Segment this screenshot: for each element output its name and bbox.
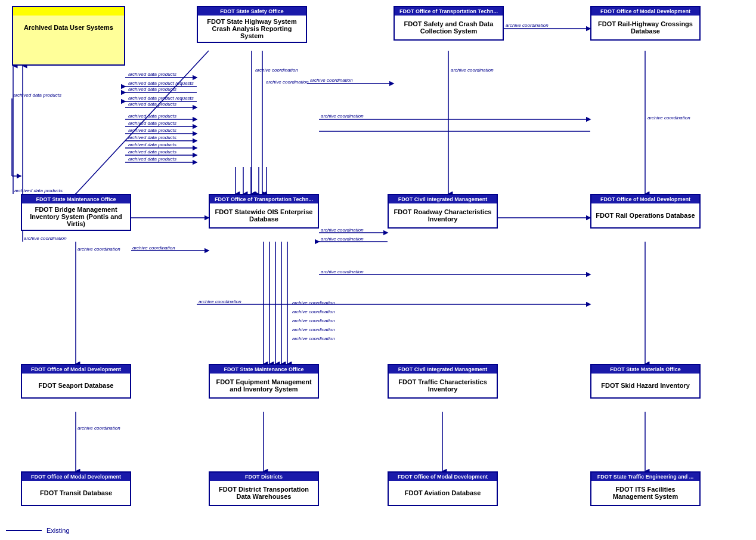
svg-text:archive coordination: archive coordination — [321, 236, 364, 242]
svg-text:archive coordination: archive coordination — [199, 299, 241, 304]
node-header-skid: FDOT State Materials Office — [591, 365, 699, 374]
svg-text:archive coordination: archive coordination — [292, 327, 335, 332]
svg-text:archive coordination: archive coordination — [24, 236, 67, 241]
node-body-roadway: FDOT Roadway Characteristics Inventory — [389, 203, 497, 227]
node-body-modal-rail-crossing: FDOT Rail-Highway Crossings Database — [591, 16, 699, 39]
node-header-rail-ops: FDOT Office of Modal Development — [591, 195, 699, 203]
node-modal-rail-ops: FDOT Office of Modal Development FDOT Ra… — [590, 194, 701, 229]
node-modal-aviation: FDOT Office of Modal Development FDOT Av… — [388, 471, 498, 506]
svg-text:archive coordination: archive coordination — [321, 113, 364, 119]
node-body-aviation: FDOT Aviation Database — [389, 481, 497, 505]
svg-text:archive coordination: archive coordination — [310, 78, 353, 83]
svg-text:archived data product requests: archived data product requests — [128, 81, 194, 86]
legend-line — [6, 530, 42, 531]
svg-text:archived data products: archived data products — [128, 128, 176, 133]
node-body-archived: Archived Data User Systems — [13, 16, 124, 39]
node-body-seaport: FDOT Seaport Database — [22, 374, 130, 397]
node-body-transit: FDOT Transit Database — [22, 481, 130, 505]
diagram-container: archived data products archived data pro… — [0, 0, 756, 540]
node-header-maint-bridge: FDOT State Maintenance Office — [22, 195, 130, 203]
node-state-traffic-eng-its: FDOT State Traffic Engineering and ... F… — [590, 471, 701, 506]
node-state-maintenance-bridge: FDOT State Maintenance Office FDOT Bridg… — [21, 194, 131, 231]
legend-label: Existing — [47, 527, 70, 534]
svg-text:archived data products: archived data products — [128, 87, 176, 92]
svg-line-39 — [76, 51, 209, 194]
svg-text:archived data products: archived data products — [128, 135, 176, 140]
node-header-safety-crash: FDOT State Safety Office — [198, 7, 306, 16]
node-body-trans-tech-safety: FDOT Safety and Crash Data Collection Sy… — [395, 16, 503, 39]
svg-text:archived data product requests: archived data product requests — [128, 95, 194, 101]
svg-text:archive coordination: archive coordination — [321, 227, 364, 233]
svg-text:archive coordination: archive coordination — [292, 318, 335, 323]
svg-text:archived data products: archived data products — [128, 113, 176, 119]
node-civil-integrated-traffic: FDOT Civil Integrated Management FDOT Tr… — [388, 364, 498, 399]
node-header-transit: FDOT Office of Modal Development — [22, 473, 130, 481]
svg-text:archive coordination: archive coordination — [647, 115, 690, 121]
node-body-ois: FDOT Statewide OIS Enterprise Database — [210, 203, 318, 227]
node-header-archived — [13, 7, 124, 16]
svg-text:archive coordination: archive coordination — [506, 23, 549, 28]
node-header-seaport: FDOT Office of Modal Development — [22, 365, 130, 374]
node-modal-transit: FDOT Office of Modal Development FDOT Tr… — [21, 471, 131, 506]
node-header-traffic: FDOT Civil Integrated Management — [389, 365, 497, 374]
legend: Existing — [6, 527, 70, 534]
node-body-districts: FDOT District Transportation Data Wareho… — [210, 481, 318, 505]
node-modal-rail-crossing: FDOT Office of Modal Development FDOT Ra… — [590, 6, 701, 41]
connection-lines: archived data products archived data pro… — [0, 0, 756, 540]
node-header-districts: FDOT Districts — [210, 473, 318, 481]
node-body-rail-ops: FDOT Rail Operations Database — [591, 203, 699, 227]
node-trans-tech-safety: FDOT Office of Transportation Techn... F… — [394, 6, 504, 41]
node-header-ois: FDOT Office of Transportation Techn... — [210, 195, 318, 203]
svg-text:archived data products: archived data products — [128, 101, 176, 107]
node-header-roadway: FDOT Civil Integrated Management — [389, 195, 497, 203]
node-header-its: FDOT State Traffic Engineering and ... — [591, 473, 699, 481]
svg-text:archive coordination: archive coordination — [78, 425, 120, 431]
node-body-its: FDOT ITS Facilities Management System — [591, 481, 699, 505]
svg-text:archived data products: archived data products — [128, 142, 176, 147]
node-body-traffic: FDOT Traffic Characteristics Inventory — [389, 374, 497, 397]
svg-text:archive coordination: archive coordination — [451, 67, 494, 73]
svg-text:archive coordination: archive coordination — [292, 336, 335, 341]
node-body-safety-crash: FDOT State Highway System Crash Analysis… — [198, 16, 306, 42]
svg-text:archive coordination: archive coordination — [321, 269, 364, 274]
svg-text:archive coordination: archive coordination — [292, 309, 335, 314]
node-body-equipment: FDOT Equipment Management and Inventory … — [210, 374, 318, 397]
svg-text:archived data products: archived data products — [128, 149, 176, 155]
svg-text:archive coordination: archive coordination — [78, 246, 120, 252]
node-trans-tech-ois: FDOT Office of Transportation Techn... F… — [209, 194, 319, 229]
svg-text:archive coordination: archive coordination — [255, 67, 298, 73]
node-header-aviation: FDOT Office of Modal Development — [389, 473, 497, 481]
node-state-safety-crash: FDOT State Safety Office FDOT State High… — [197, 6, 307, 43]
svg-text:archived data products: archived data products — [13, 92, 61, 98]
svg-text:archive coordination: archive coordination — [132, 245, 175, 251]
svg-text:archived data products: archived data products — [128, 121, 176, 126]
svg-text:archive coordination: archive coordination — [292, 300, 335, 306]
node-civil-integrated-roadway: FDOT Civil Integrated Management FDOT Ro… — [388, 194, 498, 229]
node-state-materials-skid: FDOT State Materials Office FDOT Skid Ha… — [590, 364, 701, 399]
node-archived-data-user: Archived Data User Systems — [12, 6, 125, 66]
node-header-trans-tech-safety: FDOT Office of Transportation Techn... — [395, 7, 503, 16]
node-body-maint-bridge: FDOT Bridge Management Inventory System … — [22, 203, 130, 230]
node-header-modal-rail-crossing: FDOT Office of Modal Development — [591, 7, 699, 16]
node-body-skid: FDOT Skid Hazard Inventory — [591, 374, 699, 397]
node-modal-seaport: FDOT Office of Modal Development FDOT Se… — [21, 364, 131, 399]
node-districts-transportation: FDOT Districts FDOT District Transportat… — [209, 471, 319, 506]
svg-text:archive coordination: archive coordination — [266, 79, 309, 85]
svg-text:archived data products: archived data products — [128, 156, 176, 162]
node-state-maintenance-equipment: FDOT State Maintenance Office FDOT Equip… — [209, 364, 319, 399]
node-header-equipment: FDOT State Maintenance Office — [210, 365, 318, 374]
svg-text:archived data products: archived data products — [128, 72, 176, 77]
svg-text:archived data products: archived data products — [14, 188, 63, 193]
